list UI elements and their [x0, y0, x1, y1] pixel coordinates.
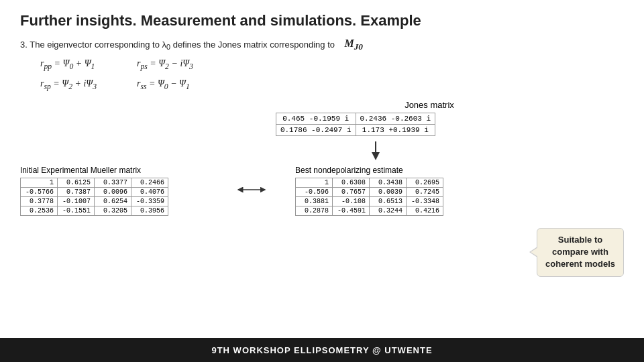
table-row: -0.596 0.7657 0.0039 0.7245	[296, 188, 443, 197]
table-row: -0.5766 0.7387 0.0096 0.4076	[21, 188, 168, 197]
mj0-symbol: MJ0	[344, 38, 363, 49]
formula-rpp: rpp = Ψ0 + Ψ1	[40, 56, 97, 73]
page-title: Further insights. Measurement and simula…	[20, 12, 624, 29]
table-row: 0.465 -0.1959 i 0.2436 -0.2603 i	[276, 113, 435, 125]
jones-cell-0-0: 0.465 -0.1959 i	[276, 113, 356, 125]
jones-matrix-table: 0.465 -0.1959 i 0.2436 -0.2603 i 0.1786 …	[276, 113, 435, 136]
table-row: 0.1786 -0.2497 i 1.173 +0.1939 i	[276, 125, 435, 136]
table-row: 1 0.6308 0.3438 0.2695	[296, 178, 443, 188]
formula-rps: rps = Ψ2 − iΨ3	[137, 56, 193, 73]
subtitle-text: 3. The eigenvector corresponding to λ0 d…	[20, 38, 624, 52]
table-row: 0.2878 -0.4591 0.3244 0.4216	[296, 206, 443, 216]
jones-cell-0-1: 0.2436 -0.2603 i	[356, 113, 435, 125]
left-right-arrow	[235, 166, 268, 198]
formula-rss: rss = Ψ0 − Ψ1	[137, 76, 193, 93]
best-matrix-table: 1 0.6308 0.3438 0.2695 -0.596 0.7657 0.0…	[295, 178, 443, 216]
formula-rsp: rsp = Ψ2 + iΨ3	[40, 76, 97, 93]
footer-bar: 9TH WORKSHOP ELLIPSOMETRY @ UTWENTE	[0, 338, 644, 362]
formula-col-left: rpp = Ψ0 + Ψ1 rsp = Ψ2 + iΨ3	[40, 56, 97, 93]
initial-label: Initial Experimental Mueller matrix	[20, 166, 221, 175]
table-row: 1 0.6125 0.3377 0.2466	[21, 178, 168, 188]
footer-text: 9TH WORKSHOP ELLIPSOMETRY @ UTWENTE	[211, 345, 432, 355]
formula-col-right: rps = Ψ2 − iΨ3 rss = Ψ0 − Ψ1	[137, 56, 193, 93]
slide: Further insights. Measurement and simula…	[0, 0, 644, 362]
middle-section: Initial Experimental Mueller matrix 1 0.…	[20, 166, 624, 216]
jones-cell-1-0: 0.1786 -0.2497 i	[276, 125, 356, 136]
jones-cell-1-1: 1.173 +0.1939 i	[356, 125, 435, 136]
jones-matrix-area: 0.465 -0.1959 i 0.2436 -0.2603 i 0.1786 …	[87, 113, 624, 136]
formulas-block: rpp = Ψ0 + Ψ1 rsp = Ψ2 + iΨ3 rps = Ψ2 − …	[40, 56, 624, 93]
callout-box: Suitable to compare with coherent models	[537, 228, 624, 277]
jones-label: Jones matrix	[235, 100, 624, 110]
table-row: 0.3778 -0.1007 0.6254 -0.3359	[21, 197, 168, 206]
best-label: Best nondepolarizing estimate	[295, 166, 483, 175]
left-section: Initial Experimental Mueller matrix 1 0.…	[20, 166, 221, 216]
initial-matrix-table: 1 0.6125 0.3377 0.2466 -0.5766 0.7387 0.…	[20, 178, 168, 216]
table-row: 0.3881 -0.108 0.6513 -0.3348	[296, 197, 443, 206]
right-section: Best nondepolarizing estimate 1 0.6308 0…	[295, 166, 483, 216]
table-row: 0.2536 -0.1551 0.3205 0.3956	[21, 206, 168, 216]
arrow-down-indicator	[127, 140, 624, 160]
